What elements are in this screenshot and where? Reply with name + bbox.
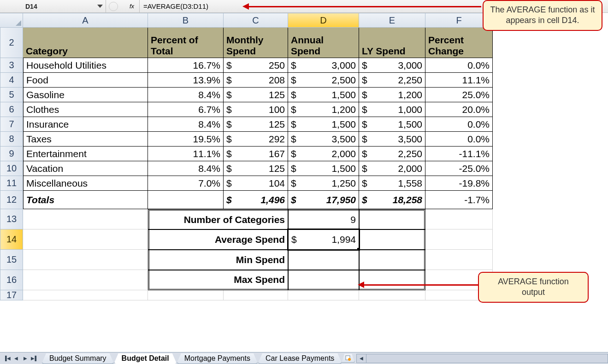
cell-C10[interactable]: $125 [224,161,288,176]
cell-D2[interactable]: Annual Spend [288,28,359,58]
cell-A7[interactable]: Insurance [23,117,148,132]
cell-C5[interactable]: $125 [224,88,288,102]
cell-B2[interactable]: Percent of Total [148,28,224,58]
cell-E11[interactable]: $1,558 [359,176,425,191]
cell-B8[interactable]: 19.5% [148,132,224,147]
row-header-11[interactable]: 11 [0,176,23,191]
cell-B11[interactable]: 7.0% [148,176,224,191]
cell-E2[interactable]: LY Spend [359,28,425,58]
cell-D15[interactable] [288,250,359,270]
cell-G2[interactable] [493,28,498,58]
cell-F2[interactable]: Percent Change [425,28,493,58]
cell-E8[interactable]: $3,500 [359,132,425,147]
row-header-17[interactable]: 17 [0,290,23,300]
cell-E5[interactable]: $1,200 [359,88,425,102]
cell-E4[interactable]: $2,250 [359,73,425,88]
cell-BC13-label[interactable]: Number of Categories [148,209,288,229]
row-header-2[interactable]: 2 [0,28,23,58]
row-header-14[interactable]: 14 [0,229,23,250]
cell-D12[interactable]: $17,950 [288,191,359,209]
cell-D16[interactable] [288,270,359,290]
col-header-A[interactable]: A [23,13,148,28]
cell-A8[interactable]: Taxes [23,132,148,147]
row-header-10[interactable]: 10 [0,161,23,176]
cell-D10[interactable]: $1,500 [288,161,359,176]
cell-G15[interactable] [493,250,498,270]
cell-B10[interactable]: 8.4% [148,161,224,176]
cell-G8[interactable] [493,132,498,147]
sheet-tab-mortgage-payments[interactable]: Mortgage Payments [177,353,258,364]
name-box[interactable] [25,3,62,10]
cell-B9[interactable]: 11.1% [148,147,224,161]
row-header-5[interactable]: 5 [0,88,23,102]
cell-G12[interactable] [493,191,498,209]
cell-D5[interactable]: $1,500 [288,88,359,102]
cell-E17[interactable] [359,290,425,300]
cell-C3[interactable]: $250 [224,58,288,73]
cell-F6[interactable]: 20.0% [425,102,493,117]
cell-A11[interactable]: Miscellaneous [23,176,148,191]
cell-G9[interactable] [493,147,498,161]
cell-C6[interactable]: $100 [224,102,288,117]
cell-B17[interactable] [148,290,224,300]
row-header-6[interactable]: 6 [0,102,23,117]
tab-next-icon[interactable]: ▶ [21,354,30,363]
cell-F8[interactable]: 0.0% [425,132,493,147]
col-header-B[interactable]: B [148,13,224,28]
cell-A16[interactable] [23,270,148,290]
cell-G5[interactable] [493,88,498,102]
cell-D4[interactable]: $2,500 [288,73,359,88]
cell-G6[interactable] [493,102,498,117]
row-header-13[interactable]: 13 [0,209,23,229]
sheet-tab-budget-detail[interactable]: Budget Detail [114,353,177,364]
cell-A3[interactable]: Household Utilities [23,58,148,73]
col-header-D[interactable]: D [288,13,359,28]
cell-D8[interactable]: $3,500 [288,132,359,147]
cell-F7[interactable]: 0.0% [425,117,493,132]
cancel-icon[interactable] [109,2,118,11]
cell-G3[interactable] [493,58,498,73]
cell-E13[interactable] [359,209,425,229]
cell-A4[interactable]: Food [23,73,148,88]
row-header-16[interactable]: 16 [0,270,23,290]
cell-F4[interactable]: 11.1% [425,73,493,88]
cell-G7[interactable] [493,117,498,132]
row-header-15[interactable]: 15 [0,250,23,270]
cell-G10[interactable] [493,161,498,176]
tab-scroll-left[interactable]: ◀ [356,354,366,363]
cell-E10[interactable]: $2,000 [359,161,425,176]
cell-C4[interactable]: $208 [224,73,288,88]
row-header-9[interactable]: 9 [0,147,23,161]
cell-BC15-label[interactable]: Min Spend [148,250,288,270]
col-header-E[interactable]: E [359,13,425,28]
row-header-4[interactable]: 4 [0,73,23,88]
cell-F11[interactable]: -19.8% [425,176,493,191]
cell-A14[interactable] [23,229,148,250]
cell-C12[interactable]: $1,496 [224,191,288,209]
cell-G11[interactable] [493,176,498,191]
cell-B5[interactable]: 8.4% [148,88,224,102]
cell-A2[interactable]: Category [23,28,148,58]
cell-B7[interactable]: 8.4% [148,117,224,132]
row-header-8[interactable]: 8 [0,132,23,147]
row-header-7[interactable]: 7 [0,117,23,132]
tab-new-sheet[interactable] [342,354,354,363]
cell-D14[interactable]: $1,994 [288,229,359,250]
cell-F14[interactable] [425,229,493,250]
cell-C2[interactable]: Monthly Spend [224,28,288,58]
cell-D6[interactable]: $1,200 [288,102,359,117]
cell-E6[interactable]: $1,000 [359,102,425,117]
cell-C8[interactable]: $292 [224,132,288,147]
cell-B4[interactable]: 13.9% [148,73,224,88]
col-header-C[interactable]: C [224,13,288,28]
cell-D9[interactable]: $2,000 [288,147,359,161]
cell-F10[interactable]: -25.0% [425,161,493,176]
cell-G14[interactable] [493,229,498,250]
cell-D13[interactable]: 9 [288,209,359,229]
cell-C17[interactable] [224,290,288,300]
name-box-dropdown-icon[interactable] [97,5,103,8]
name-box-wrap[interactable] [0,0,106,12]
cell-E15[interactable] [359,250,425,270]
cell-A9[interactable]: Entertainment [23,147,148,161]
cell-BC14-label[interactable]: Average Spend [148,229,288,250]
